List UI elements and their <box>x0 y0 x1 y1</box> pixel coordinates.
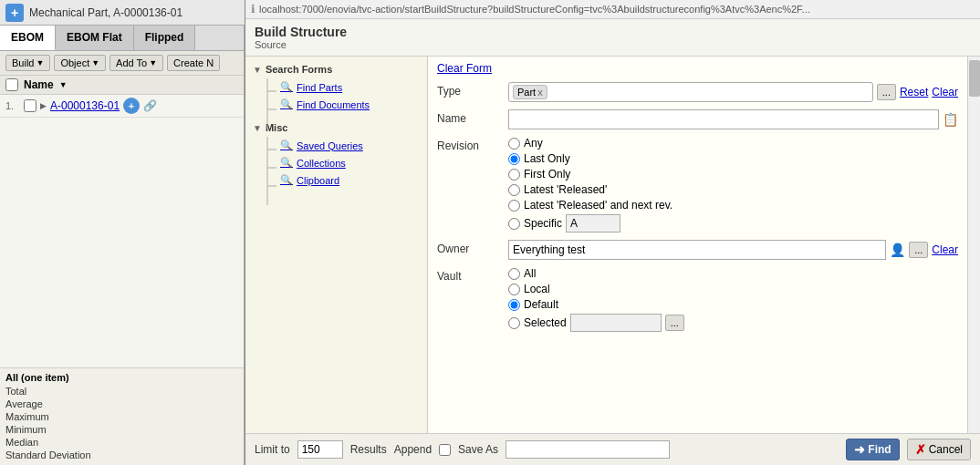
object-button[interactable]: Object ▼ <box>54 55 106 71</box>
search-forms-label: Search Forms <box>266 64 332 75</box>
find-button[interactable]: ➜ Find <box>846 439 899 460</box>
reset-link[interactable]: Reset <box>900 86 928 98</box>
name-input[interactable] <box>508 109 939 129</box>
revision-latest-released-next-radio[interactable] <box>508 200 520 212</box>
table-header: Name ▼ <box>0 76 244 95</box>
add-button[interactable]: + <box>5 4 24 22</box>
modal-dialog: ℹ localhost:7000/enovia/tvc-action/start… <box>245 0 980 465</box>
revision-latest-released-next-label: Latest 'Released' and next rev. <box>524 199 672 212</box>
find-documents-item[interactable]: 🔍 Find Documents <box>260 96 427 113</box>
tab-ebom-flat[interactable]: EBOM Flat <box>56 26 134 50</box>
row-number: 1. <box>5 100 20 111</box>
person-icon[interactable]: 👤 <box>890 243 905 257</box>
cancel-label: Cancel <box>929 443 963 456</box>
find-label: Find <box>868 443 891 456</box>
expand-icon[interactable]: ▶ <box>40 101 47 110</box>
vault-label: Vault <box>437 267 501 283</box>
revision-specific-label: Specific <box>524 217 562 230</box>
revision-first-only-radio[interactable] <box>508 169 520 181</box>
cancel-button[interactable]: ✗ Cancel <box>907 439 971 460</box>
scrollbar-thumb[interactable] <box>969 60 980 97</box>
revision-last-only-radio[interactable] <box>508 153 520 165</box>
revision-latest-released-label: Latest 'Released' <box>524 183 607 196</box>
scrollbar-track[interactable] <box>967 57 980 433</box>
collections-icon: 🔍 <box>280 157 293 169</box>
modal-header: Build Structure Source <box>245 19 980 57</box>
vault-all-radio[interactable] <box>508 268 520 280</box>
add-child-button[interactable]: + <box>123 98 140 114</box>
vault-local-radio[interactable] <box>508 284 520 295</box>
row-link[interactable]: A-0000136-01 <box>50 99 120 112</box>
find-parts-icon: 🔍 <box>280 81 293 93</box>
revision-any-radio[interactable] <box>508 138 520 150</box>
revision-first-only: First Only <box>508 168 672 181</box>
clipboard-label: Clipboard <box>297 175 339 186</box>
clipboard-nav-icon: 🔍 <box>280 174 293 186</box>
modal-title: Build Structure <box>255 25 971 39</box>
revision-latest-released-radio[interactable] <box>508 184 520 196</box>
find-documents-icon: 🔍 <box>280 98 293 110</box>
revision-row: Revision Any Last Only <box>437 137 958 232</box>
row-checkbox[interactable] <box>24 99 36 112</box>
table-body: 1. ▶ A-0000136-01 + 🔗 <box>0 95 244 367</box>
stats-title: All (one item) <box>5 372 238 383</box>
type-tag-close[interactable]: x <box>537 87 543 98</box>
vault-all-label: All <box>524 267 536 280</box>
vault-local: Local <box>508 283 684 295</box>
saved-queries-label: Saved Queries <box>297 140 363 151</box>
type-input-box: Part x <box>508 82 873 102</box>
vault-default-radio[interactable] <box>508 299 520 311</box>
owner-browse-button[interactable]: ... <box>909 242 928 258</box>
type-row: Type Part x ... Reset Clear <box>437 82 958 102</box>
save-as-input[interactable] <box>506 440 670 459</box>
owner-label: Owner <box>437 240 501 255</box>
owner-control: 👤 ... Clear <box>508 240 958 260</box>
find-documents-label: Find Documents <box>297 99 370 110</box>
type-browse-button[interactable]: ... <box>877 84 896 100</box>
revision-specific-radio[interactable] <box>508 218 520 230</box>
limit-to-input[interactable] <box>297 440 343 459</box>
select-all-checkbox[interactable] <box>5 78 18 91</box>
find-parts-item[interactable]: 🔍 Find Parts <box>260 78 427 96</box>
saved-queries-item[interactable]: 🔍 Saved Queries <box>260 137 427 154</box>
build-button[interactable]: Build ▼ <box>5 55 50 71</box>
build-arrow-icon: ▼ <box>36 58 44 67</box>
stats-std-dev: Standard Deviation <box>5 449 238 461</box>
link-icon[interactable]: 🔗 <box>143 99 157 112</box>
owner-input[interactable] <box>508 240 886 260</box>
object-arrow-icon: ▼ <box>91 58 99 67</box>
revision-latest-released: Latest 'Released' <box>508 183 672 196</box>
sort-icon[interactable]: ▼ <box>59 80 68 89</box>
tab-ebom[interactable]: EBOM <box>0 26 56 50</box>
clipboard-item[interactable]: 🔍 Clipboard <box>260 171 427 189</box>
name-label: Name <box>437 109 501 125</box>
search-forms-group[interactable]: ▼ Search Forms <box>245 60 427 78</box>
vault-all: All <box>508 267 684 280</box>
find-arrow-icon: ➜ <box>854 442 865 457</box>
tab-flipped[interactable]: Flipped <box>134 26 196 50</box>
limit-to-label: Limit to <box>255 443 290 456</box>
append-checkbox[interactable] <box>439 444 451 456</box>
vault-browse-button[interactable]: ... <box>665 315 684 331</box>
revision-any: Any <box>508 137 672 150</box>
clear-form-link[interactable]: Clear Form <box>437 62 958 75</box>
vault-selected-input[interactable] <box>570 314 662 332</box>
owner-clear-link[interactable]: Clear <box>932 243 958 256</box>
create-new-button[interactable]: Create N <box>167 55 220 71</box>
url-text: localhost:7000/enovia/tvc-action/startBu… <box>259 4 810 15</box>
revision-options: Any Last Only First Only <box>508 137 672 232</box>
revision-last-only: Last Only <box>508 152 672 165</box>
type-tag: Part x <box>513 85 547 99</box>
find-parts-label: Find Parts <box>297 82 342 93</box>
modal-content: ▼ Search Forms 🔍 Find Parts 🔍 <box>245 57 980 433</box>
modal-footer: Limit to Results Append Save As ➜ Find ✗… <box>245 433 980 465</box>
type-clear-link[interactable]: Clear <box>932 86 958 98</box>
revision-specific-input[interactable] <box>566 214 620 232</box>
vault-selected-radio[interactable] <box>508 317 520 329</box>
vault-local-label: Local <box>524 283 550 295</box>
vault-default: Default <box>508 298 684 311</box>
collections-item[interactable]: 🔍 Collections <box>260 154 427 171</box>
add-to-button[interactable]: Add To ▼ <box>109 55 163 71</box>
clipboard-icon[interactable]: 📋 <box>943 112 958 127</box>
type-label: Type <box>437 82 501 98</box>
